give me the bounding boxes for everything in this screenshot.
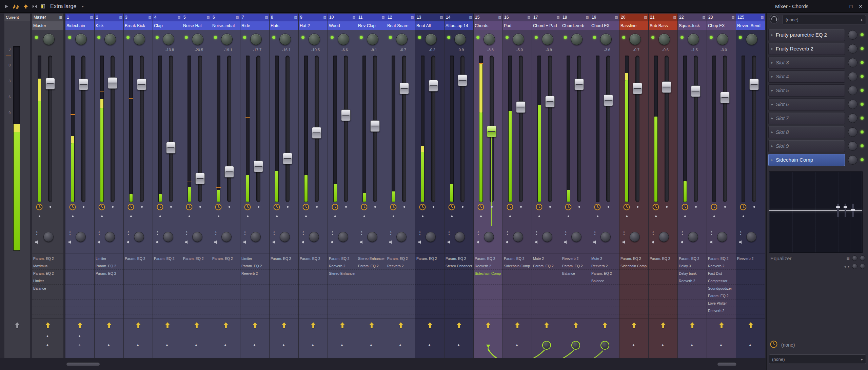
fx-slot-mix-knob[interactable] xyxy=(848,100,857,109)
route-to-master-arrow[interactable] xyxy=(252,322,258,330)
route-triangle[interactable]: ▲ xyxy=(340,343,344,347)
track-name[interactable]: Rever..Send xyxy=(736,21,765,30)
track-name[interactable]: Beat Snare xyxy=(386,21,415,30)
volume-fader[interactable] xyxy=(45,78,55,89)
speaker-icon[interactable] xyxy=(35,239,39,245)
fx-slot-9[interactable]: ▸Slot 9 xyxy=(768,140,845,152)
mute-led[interactable] xyxy=(651,36,654,39)
fader-track[interactable] xyxy=(81,56,85,202)
effect-slot-label[interactable]: Stereo Enhancer xyxy=(445,262,473,270)
swap-channels-icon[interactable]: ▲▼ xyxy=(448,230,450,236)
fader-track[interactable] xyxy=(285,56,290,202)
track-name[interactable]: Pad xyxy=(503,21,532,30)
effect-slot-label[interactable]: Love Philter xyxy=(707,300,736,307)
effect-slot-label[interactable]: Fast Dist xyxy=(707,270,736,277)
speaker-icon[interactable] xyxy=(651,239,656,245)
fader-track[interactable] xyxy=(256,56,260,202)
track-name[interactable]: Hat 2 xyxy=(299,21,328,30)
track-name[interactable]: Clap xyxy=(153,21,182,30)
effect-slot-label[interactable]: Param. EQ 2 xyxy=(299,255,328,262)
mixer-track-strip[interactable]: 1▤Sidechain▲▼▲▲ xyxy=(65,14,94,358)
effect-slot-label[interactable]: Delay bank xyxy=(678,270,707,277)
send-amount-knob[interactable] xyxy=(542,341,551,350)
route-to-master-arrow[interactable] xyxy=(602,322,608,330)
volume-fader[interactable] xyxy=(399,83,409,94)
fx-slot-3[interactable]: ▸Slot 3 xyxy=(768,57,845,69)
fader-track[interactable] xyxy=(665,56,669,202)
eq-right-arrow-icon[interactable]: ▸ xyxy=(848,265,850,268)
effect-slot-label[interactable]: Param. EQ 2 xyxy=(95,262,123,270)
track-number-row[interactable]: 7▤ xyxy=(240,14,269,21)
delay-clock-icon[interactable] xyxy=(360,203,368,212)
track-name[interactable]: Break Kick xyxy=(124,21,153,30)
speaker-icon[interactable] xyxy=(389,239,393,245)
speaker-icon[interactable] xyxy=(710,239,714,245)
effect-slot-label[interactable]: Param. EQ 2 xyxy=(561,262,590,270)
mixer-track-strip[interactable]: 19▤Chord FX-3.6▲▼Mute 2Reeverb 2Param. E… xyxy=(590,14,619,358)
fx-slot-6[interactable]: ▸Slot 6 xyxy=(768,98,845,110)
swap-channels-icon[interactable]: ▲▼ xyxy=(652,230,654,236)
delay-clock-icon[interactable] xyxy=(215,203,222,212)
mute-led[interactable] xyxy=(564,36,567,39)
volume-fader[interactable] xyxy=(224,166,234,178)
track-number-row[interactable]: 15▤ xyxy=(474,14,502,21)
pan-knob[interactable] xyxy=(192,34,203,45)
route-triangle[interactable]: ▲ xyxy=(311,343,315,347)
delay-clock-icon[interactable] xyxy=(185,203,193,212)
mute-led[interactable] xyxy=(535,36,538,39)
mirror-docking-icon[interactable] xyxy=(32,4,37,9)
route-source-arrow[interactable] xyxy=(486,344,491,350)
pan-knob[interactable] xyxy=(163,34,174,45)
swap-channels-icon[interactable]: ▲▼ xyxy=(98,230,100,236)
effect-slot-label[interactable]: Mute 2 xyxy=(532,255,561,262)
swap-channels-icon[interactable]: ▲▼ xyxy=(185,230,188,236)
fader-track[interactable] xyxy=(344,56,348,202)
fx-slot-5[interactable]: ▸Slot 5 xyxy=(768,84,845,97)
fx-slot-enable-led[interactable] xyxy=(861,130,864,133)
stereo-separation-knob[interactable] xyxy=(513,232,523,242)
route-to-master-arrow[interactable] xyxy=(748,322,753,330)
delay-clock-icon[interactable] xyxy=(156,203,164,212)
volume-fader[interactable] xyxy=(604,95,613,106)
eq-preview-panel[interactable] xyxy=(769,171,863,253)
master-label-row[interactable]: Master▦ xyxy=(32,14,63,21)
volume-fader[interactable] xyxy=(720,92,730,103)
effect-slot-label[interactable]: Limiter xyxy=(95,255,123,262)
effect-slot-label[interactable]: Soundgoodizer xyxy=(707,285,736,292)
menu-play-icon[interactable] xyxy=(4,4,9,9)
fader-track[interactable] xyxy=(694,56,698,202)
fx-slot-2[interactable]: ▸Fruity Reeverb 2 xyxy=(768,43,845,55)
track-name[interactable]: Sub Bass xyxy=(649,21,677,30)
volume-fader[interactable] xyxy=(108,77,117,89)
mixer-track-strip[interactable]: 13▤Beat All-0.2▲▼Param. EQ 2▲ xyxy=(415,14,444,358)
track-name[interactable]: Beat All xyxy=(415,21,444,30)
fx-slot-enable-led[interactable] xyxy=(861,89,864,92)
pan-knob[interactable] xyxy=(746,34,757,45)
volume-fader[interactable] xyxy=(370,120,380,132)
speaker-icon[interactable] xyxy=(185,239,189,245)
mixer-track-strip[interactable]: 16▤Pad-5.0▲▼Param. EQ 2Sidechain Comp▲ xyxy=(503,14,532,358)
speaker-icon[interactable] xyxy=(126,239,131,245)
paint-flags-icon[interactable] xyxy=(12,4,20,9)
route-to-master-arrow[interactable] xyxy=(631,322,637,330)
speaker-icon[interactable] xyxy=(564,239,568,245)
effect-slot-label[interactable]: Stereo Enhancer xyxy=(328,270,357,277)
delay-clock-icon[interactable] xyxy=(535,203,543,212)
effect-slot-label[interactable]: Reeverb 2 xyxy=(707,307,736,314)
effect-slot-label[interactable]: Reeverb 2 xyxy=(386,262,415,270)
delay-clock-icon[interactable] xyxy=(244,203,251,212)
route-to-master-arrow[interactable] xyxy=(194,322,199,330)
delay-clock-icon[interactable] xyxy=(710,203,718,212)
fx-slot-mix-knob[interactable] xyxy=(848,127,857,137)
send-amount-knob[interactable] xyxy=(571,341,580,350)
stereo-separation-knob[interactable] xyxy=(659,232,669,242)
route-to-master-arrow[interactable] xyxy=(690,322,695,330)
mute-led[interactable] xyxy=(506,36,509,39)
route-to-master-arrow[interactable] xyxy=(486,322,491,330)
mute-led[interactable] xyxy=(272,36,275,39)
eq-knob-3[interactable] xyxy=(852,264,857,269)
route-triangle[interactable]: ▲ xyxy=(253,343,256,347)
speaker-icon[interactable] xyxy=(214,239,218,245)
mixer-track-strip[interactable]: 20▤Bassline-0.7▲▼Param. EQ 2Sidechain Co… xyxy=(619,14,648,358)
speaker-icon[interactable] xyxy=(156,239,160,245)
